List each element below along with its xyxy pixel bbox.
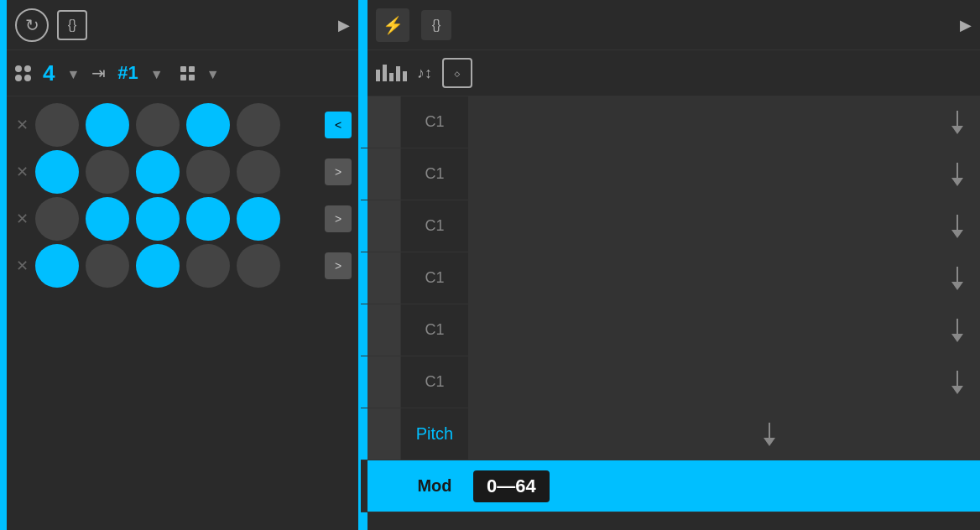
chevron-button[interactable]: ⬦	[442, 58, 472, 88]
step-dot[interactable]	[186, 244, 230, 288]
knob-triangle	[951, 282, 963, 290]
row-indicator	[368, 148, 401, 200]
knob-line	[769, 423, 770, 438]
left-panel-header: ↻ {} ▶	[0, 0, 358, 50]
hash-label: #1	[117, 62, 138, 84]
knob-triangle	[951, 230, 963, 238]
import-icon: ⇥	[91, 63, 106, 83]
row-arrow-right[interactable]: >	[325, 205, 352, 232]
step-dot[interactable]	[186, 103, 230, 147]
note-bar[interactable]	[468, 356, 980, 408]
step-grid: ✕ < ✕ > ✕	[0, 96, 358, 530]
step-dot[interactable]	[136, 103, 180, 147]
note-bar[interactable]	[468, 252, 980, 304]
note-row: C1	[361, 200, 980, 252]
left-blue-bar	[0, 0, 7, 530]
braces-icon-left: {}	[68, 18, 77, 33]
music-transpose-icon: ♪↕	[417, 65, 432, 82]
step-dot[interactable]	[186, 197, 230, 241]
step-dot[interactable]	[136, 197, 180, 241]
step-dot[interactable]	[35, 244, 79, 288]
note-label: C1	[401, 217, 468, 235]
row-arrow-right[interactable]: >	[325, 252, 352, 279]
pitch-knob[interactable]	[764, 423, 775, 446]
note-bar[interactable]	[468, 200, 980, 252]
step-dot[interactable]	[86, 103, 129, 147]
right-content: C1 C1 C1	[361, 96, 980, 530]
loop-button[interactable]: ↻	[15, 8, 49, 42]
note-row: C1	[361, 148, 980, 200]
step-dot[interactable]	[86, 244, 129, 288]
knob-line	[957, 215, 958, 230]
play-icon-left: ▶	[338, 17, 350, 34]
play-button-right[interactable]: ▶	[960, 16, 972, 34]
note-label: C1	[401, 113, 468, 131]
right-panel-header: ⚡ {} ▶	[361, 0, 980, 50]
pitch-slider[interactable]	[951, 111, 963, 134]
pitch-slider[interactable]	[951, 163, 963, 186]
pitch-slider[interactable]	[951, 215, 963, 238]
step-dot[interactable]	[86, 150, 129, 194]
dots-grid-icon	[15, 65, 31, 81]
step-dot[interactable]	[186, 150, 230, 194]
note-bar[interactable]	[468, 148, 980, 200]
pitch-row: Pitch	[361, 408, 980, 460]
row-indicator	[368, 96, 401, 148]
knob-line	[957, 371, 958, 386]
braces-icon-right: {}	[432, 18, 441, 33]
knob-triangle	[951, 126, 963, 134]
step-dot[interactable]	[237, 244, 280, 288]
mod-value-area[interactable]: 0—64	[468, 460, 980, 512]
pattern-number: 4	[43, 60, 55, 86]
note-bar[interactable]	[468, 96, 980, 148]
mute-button[interactable]: ✕	[13, 257, 30, 275]
step-dot[interactable]	[237, 150, 280, 194]
braces-button-right[interactable]: {}	[421, 10, 451, 40]
pitch-label: Pitch	[401, 424, 468, 444]
note-label: C1	[401, 269, 468, 287]
mod-value: 0—64	[487, 475, 536, 497]
right-toolbar: ♪↕ ⬦	[361, 50, 980, 96]
knob-line	[957, 267, 958, 282]
dropdown-arrow-1: ▼	[66, 67, 80, 82]
row-indicator	[368, 408, 401, 460]
play-icon-right: ▶	[960, 17, 972, 34]
note-label: C1	[401, 373, 468, 391]
right-panel: ⚡ {} ▶ ♪↕ ⬦ C1	[361, 0, 980, 530]
import-button[interactable]: ⇥	[91, 63, 106, 83]
step-dot[interactable]	[35, 150, 79, 194]
play-button-left[interactable]: ▶	[338, 16, 350, 34]
row-arrow-right[interactable]: >	[325, 158, 352, 185]
mute-button[interactable]: ✕	[13, 163, 30, 181]
row-arrow-left[interactable]: <	[325, 112, 352, 138]
note-bar[interactable]	[468, 304, 980, 356]
step-dot[interactable]	[86, 197, 129, 241]
step-dot[interactable]	[35, 103, 79, 147]
step-dot[interactable]	[136, 150, 180, 194]
pitch-slider[interactable]	[951, 371, 963, 394]
mod-indicator	[368, 460, 401, 512]
mod-label: Mod	[401, 460, 468, 512]
bars-icon	[376, 65, 407, 81]
braces-button-left[interactable]: {}	[57, 10, 87, 40]
pitch-slider[interactable]	[951, 319, 963, 342]
lightning-icon: ⚡	[383, 15, 404, 35]
lightning-button[interactable]: ⚡	[376, 8, 409, 42]
mute-button[interactable]: ✕	[13, 116, 30, 134]
step-dot[interactable]	[35, 197, 79, 241]
left-toolbar: 4 ▼ ⇥ #1 ▼ ▼	[0, 50, 358, 96]
chevron-icon: ⬦	[453, 65, 461, 81]
step-dot[interactable]	[237, 197, 280, 241]
step-dot[interactable]	[136, 244, 180, 288]
step-dots	[35, 150, 320, 194]
row-indicator	[368, 200, 401, 252]
step-dot[interactable]	[237, 103, 280, 147]
note-row: C1	[361, 252, 980, 304]
left-panel: ↻ {} ▶ 4 ▼ ⇥ #1 ▼ ▼ ✕	[0, 0, 361, 530]
pitch-bar[interactable]	[468, 408, 980, 460]
row-indicator	[368, 304, 401, 356]
pitch-slider[interactable]	[951, 267, 963, 290]
note-row: C1	[361, 96, 980, 148]
mute-button[interactable]: ✕	[13, 210, 30, 228]
knob-line	[957, 111, 958, 126]
